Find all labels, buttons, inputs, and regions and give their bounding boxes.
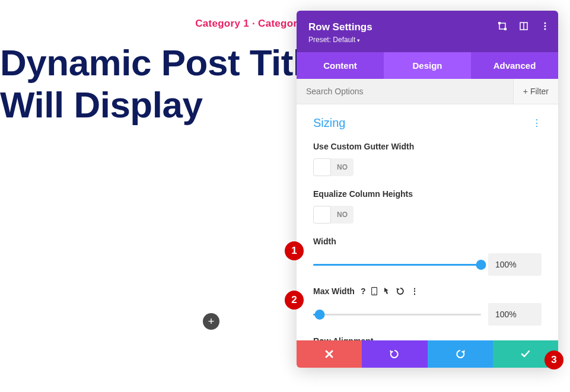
plus-icon: + xyxy=(208,315,215,328)
expand-icon[interactable] xyxy=(498,21,507,31)
filter-button[interactable]: + Filter xyxy=(513,79,558,104)
toggle-knob xyxy=(313,158,331,176)
gutter-width-toggle[interactable]: NO xyxy=(313,158,354,176)
toggle-knob xyxy=(313,206,331,224)
more-icon[interactable] xyxy=(540,21,550,31)
reset-icon[interactable] xyxy=(396,287,405,295)
max-width-label: Max Width xyxy=(313,286,355,296)
undo-icon xyxy=(389,349,400,359)
gutter-width-label: Use Custom Gutter Width xyxy=(313,142,542,151)
slider-thumb[interactable] xyxy=(315,310,325,320)
svg-point-7 xyxy=(544,28,546,30)
width-value-input[interactable] xyxy=(488,253,542,276)
add-section-button[interactable]: + xyxy=(203,313,219,330)
panel-footer xyxy=(297,340,558,368)
page-title-line-2: Will Display xyxy=(0,84,202,125)
close-icon xyxy=(325,350,333,358)
check-icon xyxy=(521,350,530,358)
svg-rect-1 xyxy=(498,22,501,24)
filter-label: Filter xyxy=(530,87,549,96)
preset-dropdown[interactable]: Preset: Default xyxy=(308,36,546,44)
search-row: + Filter xyxy=(297,79,558,104)
help-icon[interactable]: ? xyxy=(361,286,366,296)
svg-point-6 xyxy=(544,25,546,27)
callout-3: 3 xyxy=(544,350,563,369)
toggle-value: NO xyxy=(331,211,354,219)
tab-content[interactable]: Content xyxy=(297,52,384,79)
width-label: Width xyxy=(313,237,542,246)
tab-advanced[interactable]: Advanced xyxy=(471,52,558,79)
callout-2: 2 xyxy=(285,291,304,310)
svg-point-5 xyxy=(544,22,546,24)
search-input[interactable] xyxy=(297,79,513,104)
snap-icon[interactable] xyxy=(519,21,528,31)
svg-point-9 xyxy=(374,294,375,295)
panel-tabs: Content Design Advanced xyxy=(297,52,558,79)
page-title-line-1: Dynamic Post Title xyxy=(0,42,323,83)
plus-icon: + xyxy=(523,87,528,96)
row-alignment-label: Row Alignment xyxy=(313,336,542,340)
svg-rect-2 xyxy=(504,28,507,30)
panel-body[interactable]: Sizing ⋮ Use Custom Gutter Width NO Equa… xyxy=(297,104,558,340)
hover-icon[interactable] xyxy=(383,287,390,295)
cancel-button[interactable] xyxy=(297,340,362,368)
redo-icon xyxy=(455,349,466,359)
section-menu-icon[interactable]: ⋮ xyxy=(532,117,542,129)
section-title-sizing[interactable]: Sizing xyxy=(313,116,345,130)
row-settings-panel: Row Settings Preset: Default Content Des… xyxy=(297,11,558,368)
callout-1: 1 xyxy=(285,241,304,260)
more-options-icon[interactable]: ⋮ xyxy=(410,286,419,296)
equalize-heights-toggle[interactable]: NO xyxy=(313,206,354,224)
slider-track xyxy=(313,314,481,315)
panel-header: Row Settings Preset: Default xyxy=(297,11,558,52)
equalize-heights-label: Equalize Column Heights xyxy=(313,189,542,199)
max-width-value-input[interactable] xyxy=(488,303,542,326)
tab-design[interactable]: Design xyxy=(384,52,471,79)
width-slider[interactable] xyxy=(313,259,481,270)
phone-icon[interactable] xyxy=(371,287,377,295)
toggle-value: NO xyxy=(331,163,354,171)
undo-button[interactable] xyxy=(362,340,427,368)
slider-fill xyxy=(313,264,481,266)
redo-button[interactable] xyxy=(428,340,493,368)
slider-thumb[interactable] xyxy=(476,260,486,270)
max-width-slider[interactable] xyxy=(313,308,481,320)
